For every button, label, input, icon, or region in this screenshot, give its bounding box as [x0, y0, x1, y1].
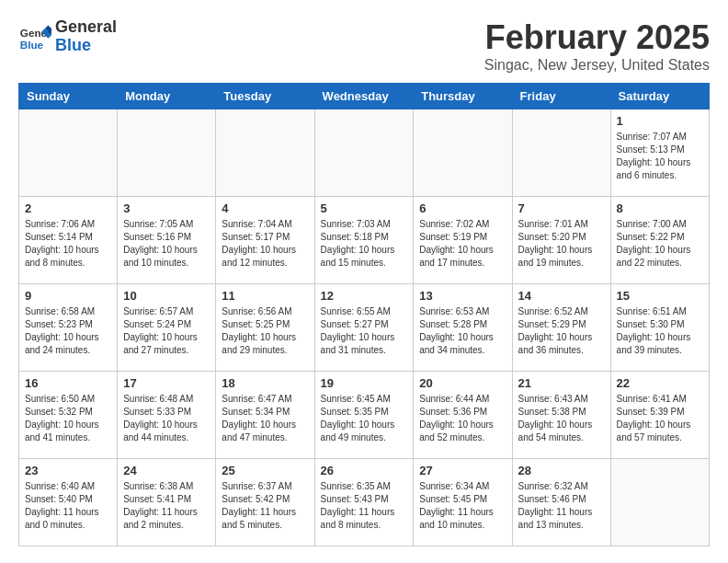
- weekday-header: Tuesday: [216, 84, 314, 109]
- day-info: Sunrise: 7:00 AM Sunset: 5:22 PM Dayligh…: [617, 218, 703, 270]
- location-title: Singac, New Jersey, United States: [484, 57, 710, 74]
- calendar-cell: 24Sunrise: 6:38 AM Sunset: 5:41 PM Dayli…: [118, 459, 216, 546]
- day-info: Sunrise: 6:44 AM Sunset: 5:36 PM Dayligh…: [419, 393, 506, 444]
- day-number: 7: [518, 201, 605, 215]
- week-row: 2Sunrise: 7:06 AM Sunset: 5:14 PM Daylig…: [19, 197, 710, 284]
- day-number: 20: [419, 376, 506, 390]
- day-info: Sunrise: 6:37 AM Sunset: 5:42 PM Dayligh…: [222, 480, 308, 532]
- day-number: 6: [419, 201, 506, 215]
- day-info: Sunrise: 7:02 AM Sunset: 5:19 PM Dayligh…: [419, 218, 506, 270]
- day-number: 3: [123, 201, 210, 215]
- day-info: Sunrise: 6:51 AM Sunset: 5:30 PM Dayligh…: [617, 305, 703, 357]
- calendar-cell: 2Sunrise: 7:06 AM Sunset: 5:14 PM Daylig…: [19, 197, 118, 284]
- calendar-cell: 12Sunrise: 6:55 AM Sunset: 5:27 PM Dayli…: [314, 284, 414, 372]
- day-info: Sunrise: 6:38 AM Sunset: 5:41 PM Dayligh…: [123, 480, 210, 532]
- weekday-header: Monday: [118, 84, 216, 109]
- calendar-cell: 16Sunrise: 6:50 AM Sunset: 5:32 PM Dayli…: [19, 372, 118, 459]
- calendar-cell: 26Sunrise: 6:35 AM Sunset: 5:43 PM Dayli…: [314, 459, 414, 546]
- day-number: 24: [123, 464, 210, 477]
- day-number: 25: [222, 464, 308, 477]
- calendar-cell: 20Sunrise: 6:44 AM Sunset: 5:36 PM Dayli…: [414, 372, 512, 459]
- day-number: 15: [617, 289, 703, 303]
- day-number: 14: [518, 289, 605, 303]
- calendar-cell: 17Sunrise: 6:48 AM Sunset: 5:33 PM Dayli…: [118, 372, 216, 459]
- day-info: Sunrise: 6:55 AM Sunset: 5:27 PM Dayligh…: [321, 305, 408, 357]
- day-info: Sunrise: 6:45 AM Sunset: 5:35 PM Dayligh…: [321, 393, 408, 444]
- day-info: Sunrise: 6:35 AM Sunset: 5:43 PM Dayligh…: [321, 480, 408, 532]
- calendar-cell: 15Sunrise: 6:51 AM Sunset: 5:30 PM Dayli…: [610, 284, 709, 372]
- calendar-cell: 11Sunrise: 6:56 AM Sunset: 5:25 PM Dayli…: [216, 284, 314, 372]
- day-info: Sunrise: 6:32 AM Sunset: 5:46 PM Dayligh…: [518, 480, 605, 532]
- day-number: 28: [518, 464, 605, 477]
- day-info: Sunrise: 6:47 AM Sunset: 5:34 PM Dayligh…: [222, 393, 308, 444]
- day-number: 16: [25, 376, 111, 390]
- day-info: Sunrise: 6:48 AM Sunset: 5:33 PM Dayligh…: [123, 393, 210, 444]
- calendar-header-row: SundayMondayTuesdayWednesdayThursdayFrid…: [19, 84, 710, 109]
- calendar-cell: 10Sunrise: 6:57 AM Sunset: 5:24 PM Dayli…: [118, 284, 216, 372]
- weekday-header: Friday: [512, 84, 610, 109]
- day-number: 13: [419, 289, 506, 303]
- day-info: Sunrise: 7:04 AM Sunset: 5:17 PM Dayligh…: [222, 218, 308, 270]
- header: General Blue General Blue February 2025 …: [18, 18, 710, 74]
- calendar-cell: [19, 109, 118, 197]
- calendar-cell: 27Sunrise: 6:34 AM Sunset: 5:45 PM Dayli…: [414, 459, 512, 546]
- calendar-cell: 1Sunrise: 7:07 AM Sunset: 5:13 PM Daylig…: [610, 109, 709, 197]
- calendar-cell: [512, 109, 610, 197]
- calendar-cell: 5Sunrise: 7:03 AM Sunset: 5:18 PM Daylig…: [314, 197, 414, 284]
- weekday-header: Saturday: [610, 84, 709, 109]
- calendar-cell: 13Sunrise: 6:53 AM Sunset: 5:28 PM Dayli…: [414, 284, 512, 372]
- weekday-header: Wednesday: [314, 84, 414, 109]
- day-number: 5: [321, 201, 408, 215]
- day-number: 18: [222, 376, 308, 390]
- day-info: Sunrise: 6:52 AM Sunset: 5:29 PM Dayligh…: [518, 305, 605, 357]
- calendar-cell: 8Sunrise: 7:00 AM Sunset: 5:22 PM Daylig…: [610, 197, 709, 284]
- svg-text:Blue: Blue: [20, 38, 44, 50]
- day-number: 1: [617, 114, 703, 128]
- day-info: Sunrise: 6:43 AM Sunset: 5:38 PM Dayligh…: [518, 393, 605, 444]
- calendar-cell: [216, 109, 314, 197]
- calendar-cell: [118, 109, 216, 197]
- day-info: Sunrise: 6:41 AM Sunset: 5:39 PM Dayligh…: [617, 393, 703, 444]
- day-info: Sunrise: 6:57 AM Sunset: 5:24 PM Dayligh…: [123, 305, 210, 357]
- day-info: Sunrise: 6:58 AM Sunset: 5:23 PM Dayligh…: [25, 305, 111, 357]
- calendar-cell: 18Sunrise: 6:47 AM Sunset: 5:34 PM Dayli…: [216, 372, 314, 459]
- day-number: 26: [321, 464, 408, 477]
- day-info: Sunrise: 6:56 AM Sunset: 5:25 PM Dayligh…: [222, 305, 308, 357]
- calendar-cell: [610, 459, 709, 546]
- calendar-cell: 22Sunrise: 6:41 AM Sunset: 5:39 PM Dayli…: [610, 372, 709, 459]
- day-info: Sunrise: 6:40 AM Sunset: 5:40 PM Dayligh…: [25, 480, 111, 532]
- calendar-cell: 6Sunrise: 7:02 AM Sunset: 5:19 PM Daylig…: [414, 197, 512, 284]
- calendar-cell: 9Sunrise: 6:58 AM Sunset: 5:23 PM Daylig…: [19, 284, 118, 372]
- day-number: 10: [123, 289, 210, 303]
- day-number: 12: [321, 289, 408, 303]
- day-info: Sunrise: 6:50 AM Sunset: 5:32 PM Dayligh…: [25, 393, 111, 444]
- day-number: 2: [25, 201, 111, 215]
- day-number: 19: [321, 376, 408, 390]
- week-row: 23Sunrise: 6:40 AM Sunset: 5:40 PM Dayli…: [19, 459, 710, 546]
- day-number: 4: [222, 201, 308, 215]
- logo-text: General Blue: [55, 18, 117, 55]
- calendar: SundayMondayTuesdayWednesdayThursdayFrid…: [18, 83, 710, 546]
- calendar-cell: 21Sunrise: 6:43 AM Sunset: 5:38 PM Dayli…: [512, 372, 610, 459]
- day-number: 8: [617, 201, 703, 215]
- day-number: 27: [419, 464, 506, 477]
- week-row: 1Sunrise: 7:07 AM Sunset: 5:13 PM Daylig…: [19, 109, 710, 197]
- day-number: 11: [222, 289, 308, 303]
- month-title: February 2025: [484, 18, 710, 57]
- calendar-cell: 25Sunrise: 6:37 AM Sunset: 5:42 PM Dayli…: [216, 459, 314, 546]
- calendar-cell: [314, 109, 414, 197]
- weekday-header: Sunday: [19, 84, 118, 109]
- day-info: Sunrise: 7:07 AM Sunset: 5:13 PM Dayligh…: [617, 131, 703, 182]
- day-number: 21: [518, 376, 605, 390]
- calendar-cell: 19Sunrise: 6:45 AM Sunset: 5:35 PM Dayli…: [314, 372, 414, 459]
- day-number: 22: [617, 376, 703, 390]
- day-info: Sunrise: 7:03 AM Sunset: 5:18 PM Dayligh…: [321, 218, 408, 270]
- calendar-cell: 14Sunrise: 6:52 AM Sunset: 5:29 PM Dayli…: [512, 284, 610, 372]
- day-info: Sunrise: 6:34 AM Sunset: 5:45 PM Dayligh…: [419, 480, 506, 532]
- week-row: 16Sunrise: 6:50 AM Sunset: 5:32 PM Dayli…: [19, 372, 710, 459]
- logo-icon: General Blue: [18, 20, 51, 53]
- week-row: 9Sunrise: 6:58 AM Sunset: 5:23 PM Daylig…: [19, 284, 710, 372]
- day-number: 9: [25, 289, 111, 303]
- logo: General Blue General Blue: [18, 18, 117, 55]
- day-info: Sunrise: 6:53 AM Sunset: 5:28 PM Dayligh…: [419, 305, 506, 357]
